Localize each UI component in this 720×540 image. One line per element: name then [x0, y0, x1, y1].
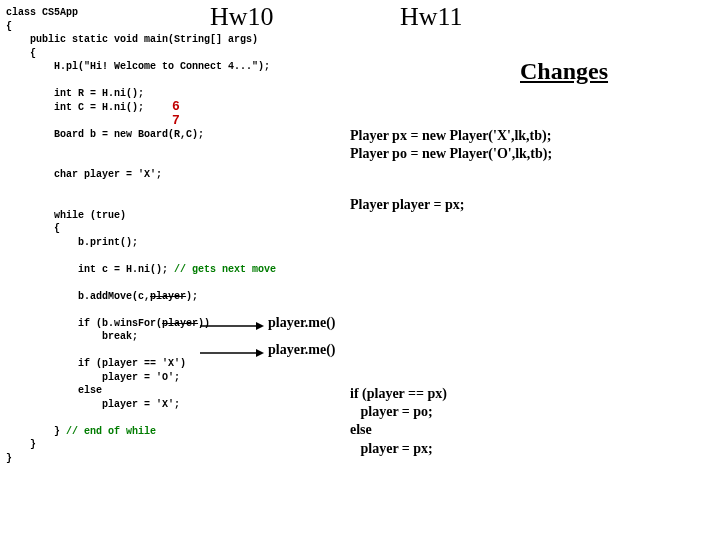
code-line: );: [186, 291, 198, 302]
snippet-player-me-2: player.me(): [268, 342, 336, 358]
code-line: int R = H.ni();: [6, 88, 144, 99]
annotation-c-value: 7: [172, 113, 180, 128]
code-line: public static void main(String[] args): [6, 34, 258, 45]
code-line: Board b = new Board(R,C);: [6, 129, 204, 140]
code-line: int C = H.ni();: [6, 102, 144, 113]
title-hw11: Hw11: [400, 2, 463, 32]
code-line: if (b.winsFor(: [6, 318, 162, 329]
code-line: player = 'O';: [6, 372, 180, 383]
code-line: char player = 'X';: [6, 169, 162, 180]
code-line: if (player == 'X'): [6, 358, 186, 369]
code-line: b.print();: [6, 237, 138, 248]
snippet-swap-block: if (player == px) player = po; else play…: [350, 385, 447, 458]
arrow-icon: [198, 320, 266, 332]
code-line: }: [6, 426, 66, 437]
code-comment: // gets next move: [174, 264, 276, 275]
code-line: {: [6, 223, 60, 234]
snippet-player-x: Player px = new Player('X',lk,tb);: [350, 128, 551, 144]
code-comment: // end of while: [66, 426, 156, 437]
code-line: else: [6, 385, 102, 396]
snippet-player-me-1: player.me(): [268, 315, 336, 331]
changes-heading: Changes: [520, 58, 608, 85]
code-block-main: class CS5App { public static void main(S…: [6, 6, 276, 465]
svg-marker-3: [256, 349, 264, 357]
code-line: }: [6, 439, 36, 450]
annotation-r-value: 6: [172, 99, 180, 114]
code-line: {: [6, 21, 12, 32]
code-line: class CS5App: [6, 7, 78, 18]
code-line: b.addMove(c,: [6, 291, 150, 302]
code-line: player = 'X';: [6, 399, 180, 410]
snippet-player-o: Player po = new Player('O',lk,tb);: [350, 146, 552, 162]
code-line: while (true): [6, 210, 126, 221]
svg-marker-1: [256, 322, 264, 330]
code-line: break;: [6, 331, 138, 342]
code-strike: player: [162, 318, 198, 329]
arrow-icon: [198, 347, 266, 359]
snippet-player-assign: Player player = px;: [350, 197, 464, 213]
code-line: H.pl("Hi! Welcome to Connect 4...");: [6, 61, 270, 72]
code-line: {: [6, 48, 36, 59]
code-line: }: [6, 453, 12, 464]
code-line: int c = H.ni();: [6, 264, 174, 275]
code-strike: player: [150, 291, 186, 302]
